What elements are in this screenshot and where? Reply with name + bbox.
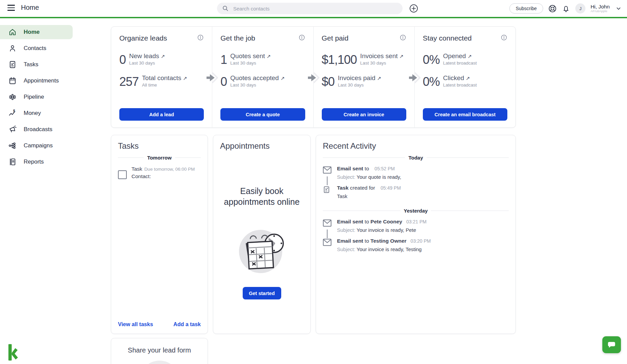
- activity-item[interactable]: Email sent to Pete Cooney03:21 PM Subjec…: [316, 214, 515, 233]
- trend-arrow-icon: ↗: [267, 53, 271, 59]
- activity-action: Email sent: [337, 166, 363, 171]
- home-icon: [8, 28, 17, 37]
- add-a-task-link[interactable]: Add a task: [173, 321, 201, 327]
- sidebar-item-label: Campaigns: [24, 142, 53, 149]
- trend-arrow-icon: ↗: [467, 53, 472, 59]
- activity-item[interactable]: Task created for 05:49 PM Task: [316, 180, 515, 199]
- info-icon[interactable]: [197, 34, 204, 41]
- info-icon[interactable]: [400, 34, 406, 41]
- search-input[interactable]: [233, 5, 398, 12]
- avatar[interactable]: J: [575, 3, 585, 14]
- info-icon[interactable]: [298, 34, 305, 41]
- sidebar-item-contacts[interactable]: Contacts: [0, 41, 73, 55]
- activity-contact: Pete Cooney: [370, 219, 402, 224]
- stat-label: New leads: [129, 52, 159, 59]
- lead-form-card: Share your lead form: [111, 338, 208, 364]
- header-divider: [0, 17, 627, 18]
- activity-time: 03:20 PM: [411, 238, 431, 244]
- sidebar-item-home[interactable]: Home: [0, 25, 73, 39]
- sidebar-item-pipeline[interactable]: Pipeline: [0, 90, 73, 104]
- create-a-quote-button[interactable]: Create a quote: [220, 108, 305, 121]
- lead-form-illustration: [139, 361, 180, 364]
- subject-label: Subject:: [337, 246, 355, 252]
- chat-launcher-button[interactable]: [602, 336, 621, 353]
- search-bar[interactable]: [217, 3, 403, 14]
- trend-arrow-icon: ↗: [377, 75, 381, 81]
- task-icon: [323, 185, 332, 199]
- task-list-item: TaskDue tomorrow, 06:00 PM Contact:: [111, 161, 208, 179]
- lead-form-title: Share your lead form: [111, 338, 208, 354]
- chevron-down-icon[interactable]: [615, 5, 622, 12]
- stat-card-organize-leads: Organize leads 0 New leads↗ Last 30 days…: [111, 27, 212, 127]
- sidebar-item-campaigns[interactable]: Campaigns: [0, 139, 73, 153]
- task-checkbox[interactable]: [118, 170, 127, 179]
- stat-opened[interactable]: 0% Opened↗ Latest broadcast: [423, 52, 507, 66]
- get-started-button[interactable]: Get started: [243, 287, 281, 299]
- sidebar-item-label: Pipeline: [24, 94, 44, 100]
- sidebar-item-reports[interactable]: Reports: [0, 155, 73, 169]
- contacts-icon: [8, 44, 17, 53]
- view-all-tasks-link[interactable]: View all tasks: [118, 321, 153, 327]
- activity-time: 03:21 PM: [406, 219, 427, 224]
- stat-label: Invoices paid: [338, 74, 376, 81]
- appointments-card-title: Appointments: [213, 135, 310, 151]
- sidebar-item-appointments[interactable]: Appointments: [0, 74, 73, 88]
- search-icon: [222, 5, 229, 12]
- trend-arrow-icon: ↗: [281, 75, 285, 81]
- notifications-bell-icon[interactable]: [562, 4, 570, 13]
- subject-text: Your invoice is ready, Testing: [357, 246, 421, 252]
- activity-action: Task: [337, 185, 348, 191]
- create-email-broadcast-button[interactable]: Create an email broadcast: [423, 108, 507, 121]
- stat-label: Clicked: [443, 74, 464, 81]
- email-icon: [323, 166, 332, 180]
- stat-label: Quotes sent: [230, 52, 265, 59]
- help-icon[interactable]: [548, 4, 557, 13]
- tasks-card: Tasks Tomorrow TaskDue tomorrow, 06:00 P…: [111, 135, 208, 334]
- stat-label: Quotes accepted: [230, 74, 279, 81]
- stat-invoices-sent[interactable]: $1,100 Invoices sent↗ Last 30 days: [322, 52, 406, 66]
- quick-add-icon[interactable]: [409, 4, 418, 13]
- task-name[interactable]: Task: [131, 166, 142, 172]
- pipeline-icon: [8, 93, 17, 101]
- stat-clicked[interactable]: 0% Clicked↗ Latest broadcast: [423, 74, 507, 88]
- add-a-lead-button[interactable]: Add a lead: [119, 108, 204, 121]
- stat-value: 0%: [423, 76, 440, 88]
- chat-bubble-icon: [607, 340, 617, 350]
- subscribe-button[interactable]: Subscribe: [509, 3, 543, 14]
- account-menu[interactable]: Hi, John AFrutiApple: [590, 4, 610, 13]
- info-icon[interactable]: [501, 34, 507, 41]
- stat-invoices-paid[interactable]: $0 Invoices paid↗ Last 30 days: [322, 74, 406, 88]
- stat-card-stay-connected: Stay connected 0% Opened↗ Latest broadca…: [414, 27, 515, 127]
- stat-quotes-sent[interactable]: 1 Quotes sent↗ Last 30 days: [220, 52, 305, 66]
- sidebar-item-broadcasts[interactable]: Broadcasts: [0, 122, 73, 137]
- create-an-invoice-button[interactable]: Create an invoice: [322, 108, 406, 121]
- stat-sublabel: All time: [142, 82, 187, 88]
- activity-group-divider: Today: [323, 155, 509, 161]
- stat-value: 1: [220, 54, 227, 66]
- hamburger-menu-icon[interactable]: [7, 5, 15, 11]
- stat-card-get-paid: Get paid $1,100 Invoices sent↗ Last 30 d…: [313, 27, 414, 127]
- sidebar-item-label: Reports: [24, 159, 44, 165]
- reports-icon: [8, 157, 17, 166]
- trend-arrow-icon: ↗: [466, 75, 470, 81]
- account-name: AFrutiApple: [590, 9, 610, 13]
- stat-card-title: Get paid: [322, 34, 348, 42]
- stat-quotes-accepted[interactable]: 0 Quotes accepted↗ Last 30 days: [220, 74, 305, 88]
- stat-card-title: Get the job: [220, 34, 255, 42]
- stat-value: $0: [322, 76, 335, 88]
- activity-item[interactable]: Email sent to 05:52 PM Subject: Your quo…: [316, 161, 515, 180]
- stat-new-leads[interactable]: 0 New leads↗ Last 30 days: [119, 52, 204, 66]
- stat-sublabel: Last 30 days: [360, 60, 404, 66]
- sidebar-item-label: Appointments: [24, 77, 59, 84]
- stat-label: Invoices sent: [360, 52, 398, 59]
- sidebar-item-tasks[interactable]: Tasks: [0, 57, 73, 72]
- page-title: Home: [21, 4, 39, 11]
- activity-group-divider: Yesterday: [323, 208, 509, 214]
- task-due-date: Due tomorrow, 06:00 PM: [144, 167, 195, 172]
- stat-total-contacts[interactable]: 257 Total contacts↗ All time: [119, 74, 204, 88]
- keap-logo[interactable]: [7, 344, 18, 361]
- sidebar-item-label: Contacts: [24, 45, 46, 52]
- stat-label: Total contacts: [142, 74, 181, 81]
- activity-item[interactable]: Email sent to Testing Owner03:20 PM Subj…: [316, 233, 515, 252]
- sidebar-item-money[interactable]: $ Money: [0, 106, 73, 120]
